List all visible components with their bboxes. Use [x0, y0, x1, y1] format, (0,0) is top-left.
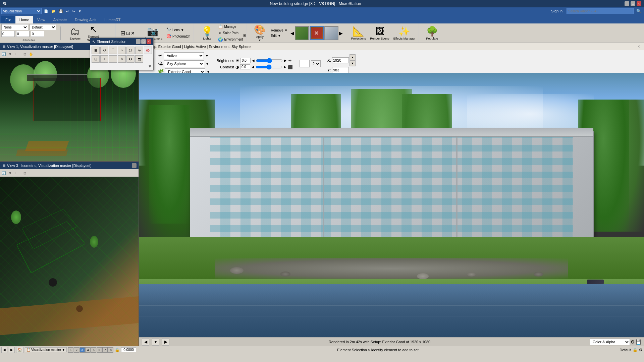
sky-dropdown-btn[interactable]: ▼	[206, 62, 209, 66]
qa-more[interactable]: ▼	[77, 9, 83, 13]
qa-undo[interactable]: ↩	[65, 9, 70, 13]
nav-right-btn[interactable]: ▶	[162, 338, 169, 346]
brightness-slider-right[interactable]: ▶	[284, 59, 287, 62]
es-arc-btn[interactable]: ⌒	[109, 47, 117, 54]
viz-master-dropdown[interactable]: 📋 Visualization master ▼	[25, 347, 67, 352]
search-icon[interactable]: 🔍	[635, 9, 643, 13]
view-8[interactable]: 8	[108, 347, 113, 353]
es-expand-btn[interactable]: ⬒	[135, 55, 143, 63]
vp1-fit[interactable]: ⊡	[22, 52, 27, 56]
tab-home[interactable]: Home	[15, 16, 33, 23]
view-6[interactable]: 6	[97, 347, 102, 353]
remove-btn[interactable]: Remove▼	[270, 28, 289, 33]
edit-btn[interactable]: Edit▼	[270, 33, 289, 38]
tab-lumenrt[interactable]: LumenRT	[100, 16, 124, 23]
view-3[interactable]: 3	[79, 347, 85, 353]
environment-dropdown[interactable]: Active	[164, 52, 204, 59]
tab-view[interactable]: View	[33, 16, 49, 23]
active-level-dropdown[interactable]: None	[1, 24, 28, 30]
brightness-slider-left[interactable]: ◀	[252, 59, 255, 62]
qa-new[interactable]: 📄	[43, 9, 49, 13]
vp3-zoom-in[interactable]: +	[13, 171, 17, 175]
nav-forward-btn[interactable]: ▶	[9, 347, 15, 353]
render-save-btn[interactable]: 💾	[636, 339, 641, 345]
contrast-value[interactable]	[240, 64, 250, 69]
view-5[interactable]: 5	[91, 347, 96, 353]
lighting-expand-icon[interactable]: ⊞	[243, 34, 246, 37]
mat-next-btn[interactable]: ▶	[339, 31, 343, 36]
nav-down-btn[interactable]: ▼	[152, 338, 159, 346]
x-down-btn[interactable]: ▼	[350, 60, 356, 66]
workspace-dropdown[interactable]: Visualization	[1, 8, 42, 14]
select-all-btn[interactable]: ⊞	[120, 29, 125, 37]
projections-btn[interactable]: 📐 Projections	[350, 21, 368, 45]
setup-close-btn[interactable]: ×	[636, 44, 641, 49]
es-rotate-btn[interactable]: ↺	[100, 47, 108, 54]
mat-thumb-2[interactable]: ✕	[310, 26, 324, 40]
es-gear-btn[interactable]: ⚙	[126, 55, 135, 63]
resolution-dropdown[interactable]: 2	[311, 60, 321, 67]
vp3-settings-btn[interactable]: ⚙	[7, 171, 12, 175]
style-dropdown[interactable]: Default	[30, 24, 56, 30]
mat-thumb-1[interactable]	[295, 26, 309, 40]
select-mode-btn[interactable]: ⊡	[126, 31, 130, 36]
explorer-btn[interactable]: 🗂 Explorer	[67, 21, 84, 45]
es-close[interactable]: ✕	[147, 39, 151, 44]
lights-btn[interactable]: 💡 Lights	[199, 21, 215, 45]
brightness-slider[interactable]	[256, 59, 283, 63]
mat-prev-btn[interactable]: ◀	[290, 31, 294, 36]
y-input[interactable]	[332, 67, 349, 73]
render-scene-btn[interactable]: 🖼 Render Scene	[369, 21, 391, 45]
vp1-zoom-out[interactable]: −	[18, 52, 22, 56]
home-btn[interactable]: 🏠	[16, 347, 23, 353]
es-subtract-btn[interactable]: −	[109, 55, 117, 63]
minimize-btn[interactable]: ─	[625, 1, 629, 6]
es-move-btn[interactable]: ⊡	[92, 55, 100, 63]
contrast-slider[interactable]	[256, 65, 282, 69]
es-expand-arrow[interactable]: ▼	[92, 64, 152, 69]
select-x-btn[interactable]: ✕	[131, 31, 135, 36]
environment-btn[interactable]: 🌍 Environment	[217, 37, 244, 43]
contrast-slider-right[interactable]: ▶	[284, 65, 286, 69]
qa-open[interactable]: 📁	[50, 9, 56, 13]
sky-dropdown[interactable]: Sky Sphere	[164, 60, 204, 67]
view-1[interactable]: 1	[68, 347, 73, 353]
env-dropdown-btn[interactable]: ▼	[205, 54, 209, 58]
nav-left-btn[interactable]: ◀	[142, 338, 149, 346]
lens-btn[interactable]: 🔭 Lens ▼	[165, 27, 192, 33]
apply-btn[interactable]: 🎨 Apply ▼	[252, 21, 268, 45]
es-select-all-btn[interactable]: ⊞	[92, 47, 100, 54]
vp3-rotate-btn[interactable]: 🔄	[1, 171, 7, 175]
x-input[interactable]	[332, 57, 349, 63]
sign-in-btn[interactable]: Sign in	[551, 9, 562, 13]
es-add-btn[interactable]: +	[100, 55, 108, 63]
es-maximize[interactable]: □	[141, 39, 146, 44]
es-edit-btn[interactable]: ✎	[118, 55, 126, 63]
vp3-minimize[interactable]: _	[132, 163, 137, 168]
render-gear-btn[interactable]: ⚙	[631, 339, 635, 345]
es-wave-btn[interactable]: ∿	[135, 47, 143, 54]
tab-file[interactable]: File	[1, 16, 15, 23]
view-2[interactable]: 2	[74, 347, 79, 353]
vp1-rotate-btn[interactable]: 🔄	[1, 52, 7, 56]
maximize-btn[interactable]: □	[631, 1, 635, 6]
mat-thumb-3[interactable]	[324, 26, 338, 40]
es-minimize[interactable]: _	[136, 39, 141, 44]
photomatch-btn[interactable]: 🎯 Photomatch	[165, 33, 192, 39]
nav-prev-btn[interactable]: ◀	[1, 347, 7, 353]
brightness-value[interactable]	[240, 58, 251, 63]
color-input[interactable]	[31, 31, 44, 37]
search-input[interactable]	[567, 8, 634, 14]
close-btn[interactable]: ✕	[637, 1, 641, 6]
color-alpha-select[interactable]: Color & Alpha	[590, 339, 630, 345]
vp3-fit[interactable]: ⊡	[22, 171, 27, 175]
view-4[interactable]: 4	[85, 347, 91, 353]
manage-btn[interactable]: 📋 Manage	[217, 24, 244, 30]
vp1-settings-btn[interactable]: ⚙	[7, 52, 12, 56]
weight-input[interactable]	[1, 31, 15, 37]
vp1-zoom-in[interactable]: +	[13, 52, 17, 56]
effects-manager-btn[interactable]: ✨ Effects Manager	[392, 21, 417, 45]
qa-redo[interactable]: ↪	[71, 9, 76, 13]
es-poly-btn[interactable]: ⬡	[126, 47, 135, 54]
es-circle-btn[interactable]: ○	[118, 47, 126, 54]
